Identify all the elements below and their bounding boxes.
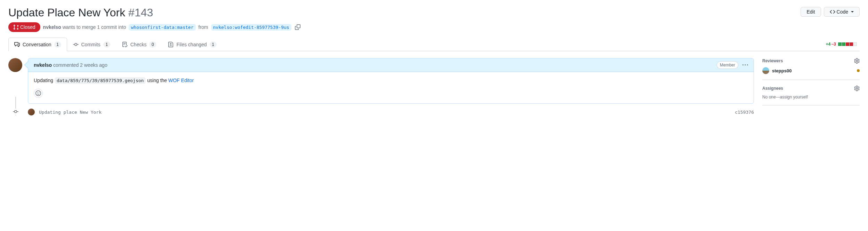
commit-timeline-icon <box>13 109 19 115</box>
comment-timestamp[interactable]: 2 weeks ago <box>80 62 107 68</box>
assignees-empty: No one—assign yourself <box>762 95 860 99</box>
chevron-down-icon <box>851 11 854 13</box>
commit-author-avatar[interactable] <box>28 109 35 116</box>
comment-discussion-icon <box>14 42 20 47</box>
comment-author-link[interactable]: nvkelso <box>34 62 52 68</box>
reviewers-title: Reviewers <box>762 58 783 63</box>
diffstat-deletions: −3 <box>831 42 836 47</box>
reviewers-section: Reviewers stepps00 <box>762 58 860 80</box>
review-pending-icon <box>857 69 860 72</box>
git-commit-icon <box>13 109 18 114</box>
edit-button[interactable]: Edit <box>801 7 821 17</box>
tab-checks-label: Checks <box>130 42 147 47</box>
comment-author-avatar[interactable] <box>8 58 22 72</box>
comment-code-path: data/859/775/39/85977539.geojson <box>55 77 146 84</box>
reviewer-name: stepps00 <box>772 68 854 73</box>
diffstat-blocks <box>838 42 857 46</box>
tab-commits[interactable]: Commits 1 <box>67 38 116 51</box>
commit-sha[interactable]: c159376 <box>735 110 754 115</box>
head-ref[interactable]: nvkelso:wofedit-85977539-9us <box>211 24 291 31</box>
author-link[interactable]: nvkelso <box>43 24 61 30</box>
title-text: Update Place New York <box>8 6 125 19</box>
assignees-title: Assignees <box>762 86 783 91</box>
checklist-icon <box>122 42 128 47</box>
commit-item: Updating place New York c159376 <box>28 104 754 116</box>
tab-files-label: Files changed <box>176 42 207 47</box>
comment-verb: commented <box>53 62 79 68</box>
assign-yourself-link[interactable]: assign yourself <box>780 95 808 99</box>
tab-conversation-label: Conversation <box>23 42 51 47</box>
comment-actions-button[interactable] <box>742 62 748 68</box>
gear-icon <box>854 86 860 91</box>
issue-number: #143 <box>128 6 153 19</box>
file-diff-icon <box>168 42 174 47</box>
wof-editor-link[interactable]: WOF Editor <box>168 78 194 83</box>
tab-files[interactable]: Files changed 1 <box>162 38 222 51</box>
diffstat[interactable]: +4 −3 <box>826 42 860 47</box>
reviewer-item[interactable]: stepps00 <box>762 67 860 74</box>
issue-title: Update Place New York #143 <box>8 6 801 19</box>
kebab-icon <box>742 62 748 68</box>
tab-conversation[interactable]: Conversation 1 <box>8 38 67 51</box>
member-badge: Member <box>717 61 738 69</box>
reviewer-avatar <box>762 67 769 74</box>
comment: nvkelso commented 2 weeks ago Member U <box>28 58 754 104</box>
diffstat-additions: +4 <box>826 42 831 47</box>
code-icon <box>830 9 835 15</box>
assignees-section: Assignees No one—assign yourself <box>762 86 860 105</box>
smiley-icon <box>35 90 41 96</box>
pr-meta: nvkelso wants to merge 1 commit into <box>43 24 126 30</box>
state-badge: Closed <box>8 22 40 32</box>
git-pull-request-closed-icon <box>13 24 19 30</box>
state-label: Closed <box>20 24 35 30</box>
tab-files-count: 1 <box>210 41 217 48</box>
tabnav: Conversation 1 Commits 1 Checks 0 Files … <box>8 38 860 51</box>
tab-conversation-count: 1 <box>54 41 61 48</box>
from-text: from <box>199 24 208 30</box>
add-reaction-button[interactable] <box>34 89 43 98</box>
copy-branch-button[interactable] <box>294 24 301 31</box>
tab-checks-count: 0 <box>149 41 156 48</box>
base-ref[interactable]: whosonfirst-data:master <box>129 24 195 31</box>
gear-icon <box>854 58 860 64</box>
commit-message[interactable]: Updating place New York <box>39 110 731 115</box>
tab-commits-label: Commits <box>81 42 101 47</box>
tab-checks[interactable]: Checks 0 <box>116 38 162 51</box>
tab-commits-count: 1 <box>103 41 110 48</box>
reviewers-settings-button[interactable] <box>854 58 860 64</box>
git-commit-icon <box>73 42 79 47</box>
assignees-settings-button[interactable] <box>854 86 860 91</box>
code-button[interactable]: Code <box>824 7 860 17</box>
comment-body: Updating data/859/775/39/85977539.geojso… <box>28 72 754 89</box>
copy-icon <box>295 24 300 30</box>
